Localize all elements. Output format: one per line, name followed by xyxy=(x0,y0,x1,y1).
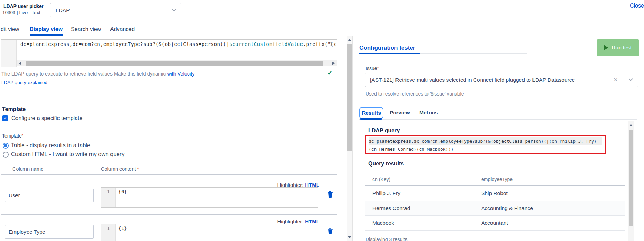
editor-horizontal-scrollbar[interactable] xyxy=(17,60,337,66)
scroll-up-icon xyxy=(348,39,351,41)
tab-display-view[interactable]: Display view xyxy=(30,26,63,32)
tester-title-underline xyxy=(359,53,420,54)
column-content-editor-employee-type[interactable]: 1 {1} xyxy=(101,224,318,241)
code-prefix: dc=planetexpress,dc=com?cn,employeeType?… xyxy=(20,41,229,47)
chevron-down-icon xyxy=(629,77,633,81)
horizontal-scroll-thumb[interactable] xyxy=(26,61,323,66)
editor-line-number: 1 xyxy=(101,225,116,231)
column-content-header-text: Column content xyxy=(101,166,136,172)
template-field-label-text: Template xyxy=(2,133,22,139)
column-content-code[interactable]: {0} xyxy=(118,189,127,194)
ldap-query-line-1: dc=planetexpress,dc=com?cn,employeeType?… xyxy=(369,137,602,145)
results-count-text: Displaying 3 results xyxy=(366,237,407,241)
tester-title-divider xyxy=(420,53,527,54)
scroll-up-button[interactable] xyxy=(628,122,634,128)
radio-table-template-label: Table - display results in a table xyxy=(11,142,90,149)
delete-column-button[interactable] xyxy=(327,191,333,198)
template-field-label: Template* xyxy=(2,133,23,139)
required-marker: * xyxy=(137,166,139,171)
result-cell-employee-type: Ship Robot xyxy=(481,190,508,197)
configure-template-checkbox[interactable] xyxy=(2,115,8,121)
ldap-query-heading: LDAP query xyxy=(368,128,400,134)
issue-label-text: Issue xyxy=(366,66,377,71)
field-meta: 10303 | Live - Text xyxy=(2,10,40,15)
row-divider xyxy=(1,214,337,215)
active-results-tab-indicator xyxy=(360,118,382,120)
play-icon xyxy=(604,45,608,50)
column-content-header: Column content * xyxy=(101,166,139,172)
table-row: Hermes Conrad Accounting & Finance xyxy=(365,201,625,216)
query-results-table: cn (Key) employeeType Philip J. Fry Ship… xyxy=(365,174,625,231)
executed-ldap-query-box: dc=planetexpress,dc=com?cn,employeeType?… xyxy=(365,135,606,154)
scroll-right-button[interactable] xyxy=(330,60,337,66)
results-panel-scrollbar[interactable] xyxy=(628,121,634,241)
tab-metrics[interactable]: Metrics xyxy=(419,110,438,116)
column-name-input-employee-type[interactable] xyxy=(5,225,94,239)
result-cell-cn: Hermes Conrad xyxy=(372,205,410,211)
scroll-left-button[interactable] xyxy=(17,60,23,66)
ldap-query-editor[interactable]: 1 dc=planetexpress,dc=com?cn,employeeTyp… xyxy=(1,39,337,67)
required-marker: * xyxy=(22,133,23,138)
tab-edit-view[interactable]: dit view xyxy=(1,26,19,32)
tab-results-label: Results xyxy=(362,110,381,116)
datasource-select[interactable]: LDAP xyxy=(50,3,181,17)
editor-line-number: 1 xyxy=(101,189,116,194)
issue-select-value: [AST-121] Retrieve multi values selected… xyxy=(365,77,609,83)
table-row: Philip J. Fry Ship Robot xyxy=(365,186,625,201)
run-test-button[interactable]: Run test xyxy=(597,39,639,56)
template-heading: Template xyxy=(2,106,26,112)
editor-gutter xyxy=(1,40,17,67)
datasource-select-value: LDAP xyxy=(50,7,167,13)
close-button[interactable]: Close xyxy=(630,3,644,9)
column-content-code[interactable]: {1} xyxy=(118,225,127,231)
result-cell-cn: Macbook xyxy=(372,220,394,226)
with-velocity-link[interactable]: with Velocity xyxy=(167,71,195,77)
vertical-scroll-thumb[interactable] xyxy=(347,44,352,151)
issue-select-toggle[interactable] xyxy=(623,78,638,81)
active-tab-indicator xyxy=(30,34,63,36)
scroll-down-button[interactable] xyxy=(347,234,352,240)
tab-preview[interactable]: Preview xyxy=(390,110,410,116)
chevron-down-icon xyxy=(172,7,176,11)
query-helper-text: The LDAP query to execute to retrieve fi… xyxy=(1,71,195,77)
ldap-query-line-2: (cn=Hermes Conrad)(cn=Macbook))) xyxy=(369,145,602,153)
results-header-cn: cn (Key) xyxy=(372,177,390,182)
results-tabs-divider xyxy=(359,119,637,120)
configure-template-label: Configure a specific template xyxy=(11,115,82,121)
datasource-select-toggle[interactable] xyxy=(167,3,181,17)
radio-custom-html-template[interactable] xyxy=(3,152,9,158)
result-cell-employee-type: Accountant xyxy=(481,220,508,226)
scroll-down-icon xyxy=(348,236,351,238)
scroll-left-icon xyxy=(19,62,21,65)
scroll-right-icon xyxy=(332,62,335,65)
required-marker: * xyxy=(377,66,379,71)
code-variable: $currentCustomfieldValue xyxy=(229,41,303,47)
run-test-label: Run test xyxy=(612,44,632,51)
ldap-query-code-line[interactable]: dc=planetexpress,dc=com?cn,employeeType?… xyxy=(20,41,336,47)
row-divider xyxy=(1,174,337,175)
result-cell-employee-type: Accounting & Finance xyxy=(481,205,533,211)
tab-advanced[interactable]: Advanced xyxy=(110,26,135,32)
vertical-scroll-thumb[interactable] xyxy=(629,130,633,226)
tab-results[interactable]: Results xyxy=(359,107,383,119)
ldap-field-configuration-page: LDAP user picker 10303 | Live - Text LDA… xyxy=(0,0,644,241)
delete-column-button[interactable] xyxy=(327,228,333,234)
issue-select[interactable]: [AST-121] Retrieve multi values selected… xyxy=(365,73,638,87)
scroll-up-button[interactable] xyxy=(347,37,352,43)
code-suffix: .prefix("(cn=").suffix(" xyxy=(303,41,336,47)
clear-issue-icon[interactable]: ✕ xyxy=(609,77,623,83)
results-header-employee-type: employeeType xyxy=(481,177,513,182)
column-name-input-user[interactable] xyxy=(5,189,94,202)
scroll-up-icon xyxy=(629,124,633,126)
radio-custom-html-template-label: Custom HTML - I want to write my own que… xyxy=(11,151,124,158)
field-name: LDAP user picker xyxy=(3,3,43,9)
configuration-tester-title: Configuration tester xyxy=(359,44,415,51)
column-content-editor-user[interactable]: 1 {0} xyxy=(101,187,318,208)
radio-table-template[interactable] xyxy=(3,143,9,149)
tab-search-view[interactable]: Search view xyxy=(71,26,101,32)
left-panel-scrollbar[interactable] xyxy=(347,36,353,241)
ldap-query-explained-link[interactable]: LDAP query explained xyxy=(1,80,47,85)
results-table-header: cn (Key) employeeType xyxy=(365,174,625,185)
query-results-heading: Query results xyxy=(368,161,404,167)
valid-checkmark-icon: ✓ xyxy=(327,69,333,77)
